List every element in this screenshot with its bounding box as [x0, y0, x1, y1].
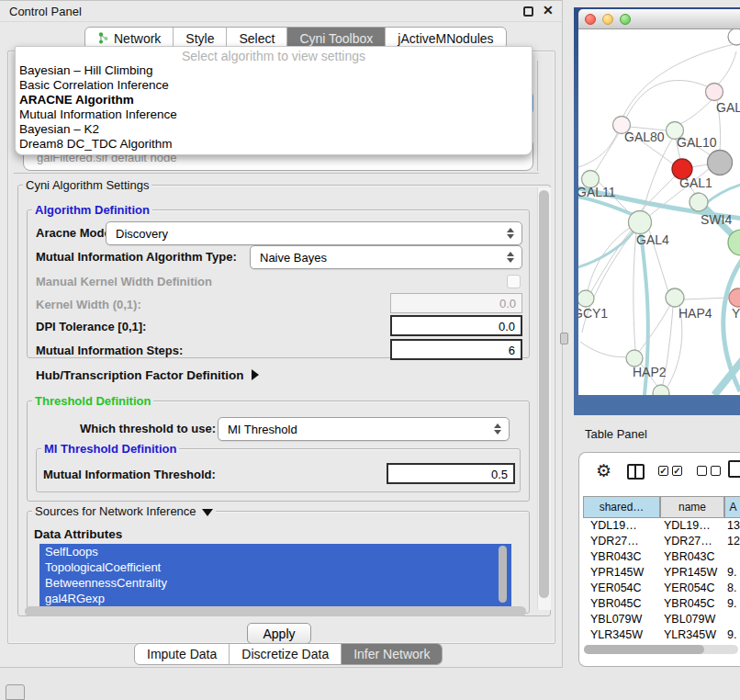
group-title: Algorithm Definition: [32, 203, 152, 217]
dropdown-item[interactable]: Mutual Information Inference: [16, 107, 532, 122]
apply-button[interactable]: Apply: [247, 623, 311, 644]
which-threshold-value: MI Threshold: [228, 423, 297, 436]
list-item-selected[interactable]: gal4RGexp: [39, 591, 511, 606]
network-icon: [97, 32, 109, 44]
mi-threshold-label: Mutual Information Threshold:: [43, 468, 216, 481]
column-header-shared-name[interactable]: shared…: [583, 496, 660, 518]
tab-label: Network: [114, 31, 161, 46]
mi-algorithm-type-combobox[interactable]: Naive Bayes: [250, 245, 522, 269]
control-panel-title: Control Panel: [9, 5, 82, 18]
document-icon[interactable]: [728, 460, 740, 478]
table-row[interactable]: YBR045CYBR045C9.: [583, 596, 740, 612]
close-icon[interactable]: ✕: [543, 3, 554, 17]
table-cell: 9.: [724, 627, 740, 643]
table-row[interactable]: YER054CYER054C8.: [583, 581, 740, 596]
settings-hscrollbar-thumb[interactable]: [25, 606, 526, 616]
unchecked-checkbox-icon[interactable]: [697, 466, 707, 476]
mi-type-label: Mutual Information Algorithm Type:: [36, 250, 237, 264]
table-cell: YBL079W: [583, 612, 660, 627]
table-hscrollbar-thumb[interactable]: [584, 645, 704, 654]
float-window-icon[interactable]: [523, 6, 533, 17]
tab-impute-data[interactable]: Impute Data: [135, 644, 230, 664]
table-header-row: shared… name A: [583, 496, 740, 518]
node-gcy1[interactable]: [578, 290, 594, 307]
list-item-selected[interactable]: TopologicalCoefficient: [39, 559, 511, 575]
table-hscrollbar-track[interactable]: [584, 645, 738, 654]
node-gray[interactable]: [708, 151, 733, 175]
dropdown-item[interactable]: Dream8 DC_TDC Algorithm: [16, 137, 532, 152]
hub-definition-expander[interactable]: Hub/Transcription Factor Definition: [36, 368, 259, 382]
node-partial-top[interactable]: [728, 29, 740, 45]
column-header-partial[interactable]: A: [724, 496, 740, 518]
group-title: Threshold Definition: [32, 394, 153, 408]
node-gal-top[interactable]: [706, 84, 723, 101]
table-row[interactable]: YBR043CYBR043C: [583, 549, 740, 565]
dropdown-item[interactable]: Bayesian – Hill Climbing: [16, 63, 532, 78]
tab-infer-network[interactable]: Infer Network: [342, 644, 442, 664]
node-partial-bottom[interactable]: [653, 385, 669, 395]
node-label: GAL80: [624, 130, 665, 144]
mi-type-value: Naive Bayes: [260, 251, 327, 265]
unchecked-checkbox-icon[interactable]: [711, 466, 721, 476]
dropdown-item-selected[interactable]: ARACNE Algorithm: [16, 93, 532, 107]
settings-vscrollbar-thumb[interactable]: [539, 190, 549, 598]
tab-label: Discretize Data: [241, 647, 329, 661]
checked-checkbox-icon[interactable]: ✓: [658, 466, 668, 476]
list-item-selected[interactable]: SelfLoops: [39, 544, 511, 559]
network-window-titlebar[interactable]: [578, 9, 740, 29]
checked-checkbox-icon[interactable]: ✓: [672, 466, 682, 476]
table-panel-title: Table Panel: [585, 427, 647, 441]
hidden-groupbox-border: [537, 61, 538, 171]
aracne-mode-label: Aracne Mode:: [36, 226, 115, 240]
tab-discretize-data[interactable]: Discretize Data: [230, 644, 342, 664]
dropdown-item[interactable]: Basic Correlation Inference: [16, 78, 532, 93]
tab-label: jActiveMNodules: [398, 31, 493, 46]
table-row[interactable]: YBL079WYBL079W: [583, 612, 740, 627]
table-cell: YER054C: [660, 581, 724, 596]
which-threshold-combobox[interactable]: MI Threshold: [218, 417, 510, 441]
aracne-mode-combobox[interactable]: Discovery: [106, 221, 522, 245]
table-cell: YDL19…: [583, 518, 660, 534]
mi-steps-field[interactable]: 6: [390, 339, 522, 360]
dropdown-item[interactable]: Bayesian – K2: [16, 122, 532, 137]
close-traffic-light-icon[interactable]: [585, 14, 596, 25]
mi-threshold-field[interactable]: 0.5: [387, 463, 515, 484]
network-canvas[interactable]: GAL GAL80 GAL10 GAL1 GAL11 SWI4 GAL4 GCY…: [578, 29, 740, 395]
zoom-traffic-light-icon[interactable]: [620, 14, 631, 25]
node-label: HAP4: [678, 306, 712, 321]
table-row[interactable]: YLR345WYLR345W9.: [583, 627, 740, 643]
table-cell: YPR145W: [583, 565, 660, 581]
manual-kernel-checkbox[interactable]: [507, 275, 521, 288]
table-row[interactable]: YDR27…YDR27…12: [583, 534, 740, 549]
node-salmon[interactable]: [729, 288, 740, 307]
node-label: SWI4: [701, 212, 732, 227]
group-title: Cyni Algorithm Settings: [23, 178, 151, 192]
splitter-handle[interactable]: [560, 333, 568, 344]
table-row[interactable]: YDL19…YDL19…13: [583, 518, 740, 534]
table-cell: YBL079W: [660, 612, 724, 627]
kernel-width-field[interactable]: 0.0: [390, 293, 522, 313]
node-hap4[interactable]: [666, 288, 684, 307]
data-attributes-list[interactable]: SelfLoops TopologicalCoefficient Between…: [39, 544, 511, 606]
list-item-selected[interactable]: BetweennessCentrality: [39, 575, 511, 591]
table-panel-window: ⚙ ✓ ✓ shared… name A YDL19…YDL19…13 YDR2…: [578, 452, 740, 667]
columns-icon[interactable]: [627, 464, 645, 480]
node-gal4[interactable]: [629, 211, 652, 234]
list-vertical-scrollbar[interactable]: [499, 546, 507, 603]
table-cell: YDR27…: [583, 534, 660, 549]
column-header-name[interactable]: name: [660, 496, 724, 518]
sources-expander[interactable]: Sources for Network Inference: [32, 504, 216, 518]
group-title: MI Threshold Definition: [41, 442, 179, 456]
table-cell: YBR043C: [660, 549, 724, 565]
node-swi4[interactable]: [690, 193, 708, 211]
table-row[interactable]: YPR145WYPR145W9.: [583, 565, 740, 581]
dpi-tolerance-field[interactable]: 0.0: [390, 315, 522, 336]
gear-icon[interactable]: ⚙: [596, 460, 611, 481]
tab-label: Infer Network: [353, 647, 430, 661]
minimize-traffic-light-icon[interactable]: [602, 14, 613, 25]
mi-steps-label: Mutual Information Steps:: [36, 344, 183, 357]
aracne-mode-value: Discovery: [116, 227, 168, 241]
table-cell: YLR345W: [660, 627, 724, 643]
bottom-corner-button[interactable]: [6, 684, 25, 700]
control-panel-window: Control Panel ✕ Network Style Select Cyn…: [0, 0, 563, 668]
